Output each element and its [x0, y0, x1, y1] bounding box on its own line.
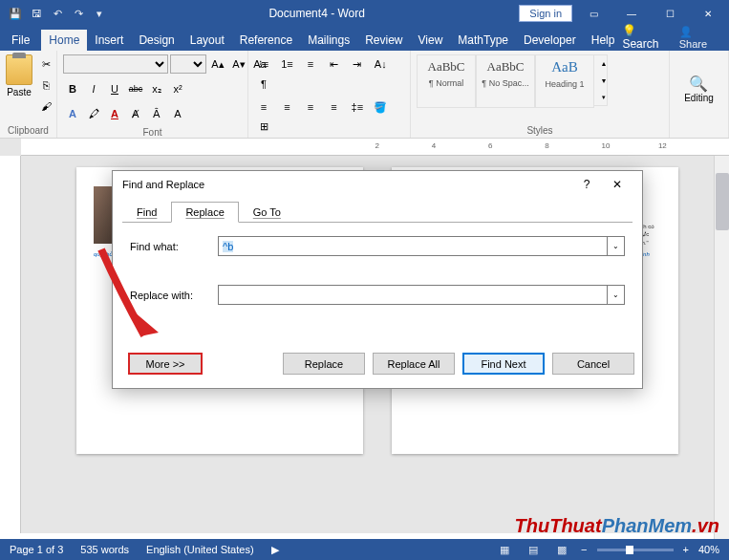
dialog-help-icon[interactable]: ?	[571, 178, 602, 191]
tab-review[interactable]: Review	[357, 30, 410, 51]
horizontal-ruler[interactable]: 2 4 6 8 10 12	[21, 139, 729, 156]
replace-with-label: Replace with:	[130, 290, 218, 301]
group-font: A▴ A▾ Aa B I U abc x₂ x² A 🖍 A A̸ Ȃ A Fo…	[57, 51, 248, 138]
cancel-button[interactable]: Cancel	[552, 353, 634, 375]
tab-goto[interactable]: Go To	[239, 202, 295, 223]
font-family-select[interactable]	[63, 54, 168, 74]
dialog-titlebar[interactable]: Find and Replace ? ✕	[113, 171, 642, 198]
vertical-scrollbar[interactable]	[714, 156, 729, 539]
replace-button[interactable]: Replace	[283, 353, 365, 375]
save-icon[interactable]: 🖫	[29, 6, 44, 21]
replace-all-button[interactable]: Replace All	[373, 353, 455, 375]
more-button[interactable]: More >>	[128, 353, 203, 375]
format-painter-icon[interactable]: 🖌	[36, 97, 55, 116]
tab-mailings[interactable]: Mailings	[300, 30, 357, 51]
group-label: Clipboard	[6, 123, 51, 136]
clear-formatting-icon[interactable]: A̸	[126, 104, 145, 123]
superscript-button[interactable]: x²	[168, 79, 187, 98]
align-left-icon[interactable]: ≡	[254, 97, 273, 117]
decrease-indent-icon[interactable]: ⇤	[324, 55, 343, 75]
tab-home[interactable]: Home	[41, 30, 87, 51]
copy-icon[interactable]: ⎘	[36, 75, 55, 95]
multilevel-icon[interactable]: ≡	[301, 54, 320, 74]
shading-icon[interactable]: 🪣	[371, 97, 390, 117]
shrink-font-icon[interactable]: A▾	[229, 54, 248, 74]
style-heading1[interactable]: AaB Heading 1	[535, 54, 594, 108]
align-center-icon[interactable]: ≡	[277, 97, 296, 117]
maximize-icon[interactable]: ☐	[653, 0, 687, 27]
signin-button[interactable]: Sign in	[519, 5, 572, 22]
cut-icon[interactable]: ✂	[36, 54, 55, 74]
share-button[interactable]: 👤 Share	[679, 26, 719, 50]
styles-expand-icon[interactable]: ▾	[594, 90, 613, 105]
tab-developer[interactable]: Developer	[516, 30, 584, 51]
show-marks-icon[interactable]: ¶	[254, 75, 273, 94]
tab-layout[interactable]: Layout	[182, 30, 232, 51]
zoom-level[interactable]: 40%	[698, 544, 719, 555]
align-right-icon[interactable]: ≡	[301, 97, 320, 117]
tab-file[interactable]: File	[0, 30, 41, 51]
zoom-slider[interactable]	[597, 549, 674, 551]
replace-with-input[interactable]	[218, 285, 608, 305]
word-count[interactable]: 535 words	[80, 544, 129, 555]
tab-mathtype[interactable]: MathType	[450, 30, 516, 51]
grow-font-icon[interactable]: A▴	[208, 54, 227, 74]
phonetic-guide-icon[interactable]: Ȃ	[147, 104, 166, 123]
language[interactable]: English (United States)	[146, 544, 254, 555]
borders-icon[interactable]: ⊞	[254, 118, 273, 137]
tab-find[interactable]: Find	[122, 202, 171, 223]
styles-scroll-up-icon[interactable]: ▲	[594, 55, 613, 71]
page-count[interactable]: Page 1 of 3	[10, 544, 63, 555]
paste-button[interactable]: Paste	[6, 54, 32, 97]
style-no-spacing[interactable]: AaBbC ¶ No Spac...	[476, 54, 535, 108]
replace-with-dropdown-icon[interactable]: ⌄	[608, 285, 625, 305]
find-what-input[interactable]: ^b	[218, 236, 608, 256]
minimize-icon[interactable]: —	[614, 0, 649, 27]
undo-icon[interactable]: ↶	[50, 6, 65, 21]
tell-me-search[interactable]: 💡 Search	[622, 24, 671, 51]
justify-icon[interactable]: ≡	[324, 97, 343, 117]
group-label: Font	[63, 125, 242, 138]
editing-button[interactable]: 🔍 Editing	[684, 75, 714, 103]
find-next-button[interactable]: Find Next	[462, 353, 545, 375]
numbering-icon[interactable]: 1≡	[277, 54, 296, 74]
styles-scroll-down-icon[interactable]: ▼	[594, 73, 613, 88]
zoom-out-icon[interactable]: −	[581, 544, 587, 555]
ribbon-display-icon[interactable]: ▭	[576, 0, 611, 27]
group-editing: 🔍 Editing	[670, 51, 729, 138]
tab-view[interactable]: View	[411, 30, 451, 51]
bullets-icon[interactable]: ⁝≡	[254, 55, 273, 75]
autosave-icon[interactable]: 💾	[8, 6, 23, 21]
tab-help[interactable]: Help	[584, 30, 623, 51]
font-size-select[interactable]	[170, 54, 206, 74]
tab-design[interactable]: Design	[131, 30, 182, 51]
tab-insert[interactable]: Insert	[87, 30, 131, 51]
vertical-ruler[interactable]	[0, 156, 21, 533]
subscript-button[interactable]: x₂	[147, 79, 166, 98]
bold-button[interactable]: B	[63, 79, 82, 98]
text-effects-icon[interactable]: A	[63, 104, 82, 123]
dialog-close-icon[interactable]: ✕	[602, 178, 633, 191]
qat-more-icon[interactable]: ▾	[92, 6, 107, 21]
print-layout-icon[interactable]: ▤	[524, 542, 543, 557]
underline-button[interactable]: U	[105, 79, 124, 98]
web-layout-icon[interactable]: ▩	[552, 542, 571, 557]
close-icon[interactable]: ✕	[691, 0, 725, 27]
font-color-icon[interactable]: A	[105, 104, 124, 123]
style-normal[interactable]: AaBbC ¶ Normal	[417, 54, 476, 108]
italic-button[interactable]: I	[84, 79, 103, 98]
tab-replace[interactable]: Replace	[171, 202, 238, 223]
macro-icon[interactable]: ▶	[271, 544, 279, 556]
sort-icon[interactable]: A↓	[371, 54, 390, 74]
redo-icon[interactable]: ↷	[71, 6, 86, 21]
highlight-icon[interactable]: 🖍	[84, 104, 103, 123]
strikethrough-button[interactable]: abc	[126, 79, 145, 98]
status-bar: Page 1 of 3 535 words English (United St…	[0, 539, 729, 560]
character-border-icon[interactable]: A	[168, 104, 187, 123]
line-spacing-icon[interactable]: ‡≡	[348, 97, 367, 117]
read-mode-icon[interactable]: ▦	[495, 542, 514, 557]
increase-indent-icon[interactable]: ⇥	[348, 55, 367, 75]
zoom-in-icon[interactable]: +	[683, 544, 689, 555]
find-what-dropdown-icon[interactable]: ⌄	[608, 236, 625, 256]
tab-references[interactable]: Reference	[232, 30, 300, 51]
